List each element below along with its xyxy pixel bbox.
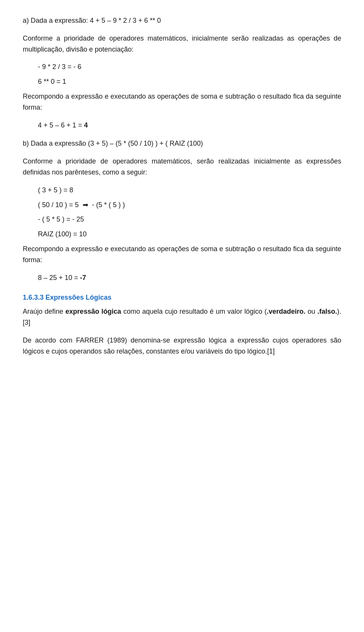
part-b-para1: Conforme a prioridade de operadores mate… <box>23 156 341 178</box>
falso-bold: .falso. <box>317 308 337 315</box>
part-b-title-text: b) Dada a expressão (3 + 5) – (5 * (50 /… <box>23 140 203 147</box>
section-163-para2-text: De acordo com FARRER (1989) denomina-se … <box>23 336 341 355</box>
section-163-para2: De acordo com FARRER (1989) denomina-se … <box>23 335 341 357</box>
section-163-para1: Araújo define expressão lógica como aque… <box>23 306 341 328</box>
part-b-eq1: ( 3 + 5 ) = 8 <box>38 185 341 196</box>
part-b-para2: Recompondo a expressão e executando as o… <box>23 244 341 266</box>
part-a-para1-text: Conforme a prioridade de operadores mate… <box>23 35 341 53</box>
part-b-para2-text: Recompondo a expressão e executando as o… <box>23 245 341 264</box>
part-a-title-text: a) Dada a expressão: 4 + 5 – 9 * 2 / 3 +… <box>23 17 161 24</box>
part-b-eq3: - ( 5 * 5 ) = - 25 <box>38 214 341 225</box>
part-a-eq3: 4 + 5 – 6 + 1 = 4 <box>38 120 341 131</box>
part-b-eq2: ( 50 / 10 ) = 5 ➡ - (5 * ( 5 ) ) <box>38 200 341 211</box>
part-a-para1: Conforme a prioridade de operadores mate… <box>23 33 341 55</box>
part-b-eq4: RAIZ (100) = 10 <box>38 229 341 240</box>
part-a-title: a) Dada a expressão: 4 + 5 – 9 * 2 / 3 +… <box>23 15 341 26</box>
part-b-para1-text: Conforme a prioridade de operadores mate… <box>23 157 341 176</box>
section-163-title: 1.6.3.3 Expressões Lógicas <box>23 292 341 303</box>
part-b-eq5: 8 – 25 + 10 = -7 <box>38 272 341 283</box>
part-a-eq1: - 9 * 2 / 3 = - 6 <box>38 61 341 72</box>
part-a-eq2: 6 ** 0 = 1 <box>38 76 341 87</box>
page-content: a) Dada a expressão: 4 + 5 – 9 * 2 / 3 +… <box>23 15 341 357</box>
part-a-para2: Recompondo a expressão e executando as o… <box>23 91 341 113</box>
verdadeiro-bold: .verdadeiro. <box>267 308 305 315</box>
expressao-logica-bold: expressão lógica <box>66 308 121 315</box>
part-a-para2-text: Recompondo a expressão e executando as o… <box>23 93 341 111</box>
part-a-result: 4 <box>84 121 88 129</box>
part-b-title: b) Dada a expressão (3 + 5) – (5 * (50 /… <box>23 138 341 149</box>
part-b-result: -7 <box>80 274 86 281</box>
